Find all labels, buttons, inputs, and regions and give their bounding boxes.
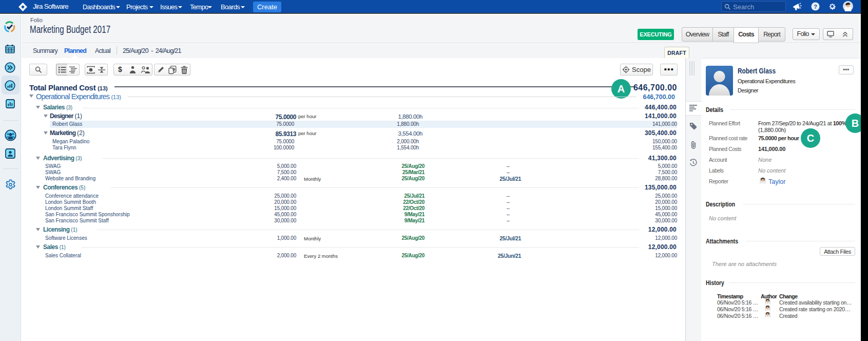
svg-text:?: ? <box>814 4 817 10</box>
